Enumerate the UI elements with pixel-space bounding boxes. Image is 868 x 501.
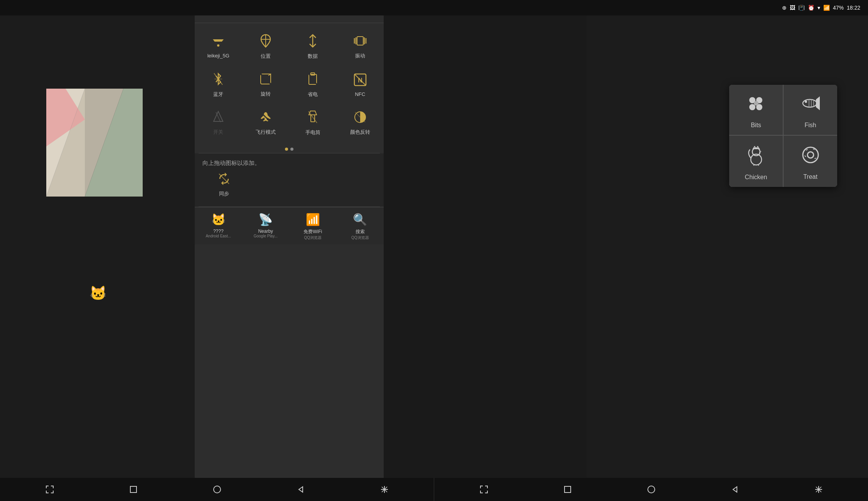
vibrate-icon: 📳 — [798, 5, 805, 11]
search-name: 搜索 — [339, 229, 382, 235]
notification-panel: 编辑通知面板 ✓ ⋮ leikeji_5G — [195, 0, 384, 486]
alarm-icon: ⏰ — [808, 5, 814, 11]
nav-left — [0, 478, 434, 501]
svg-marker-68 — [733, 487, 737, 492]
nearby-sub: Google Play... — [244, 234, 287, 238]
add-circle-icon: ⊕ — [782, 5, 787, 11]
nav-square-left[interactable] — [126, 482, 141, 497]
app-tiles-section: 🐱 ???? Android East... 📡 Nearby Google P… — [195, 207, 384, 244]
nav-square-right[interactable] — [560, 482, 575, 497]
invert-tile-icon — [354, 111, 367, 126]
tile-invert[interactable]: 颜色反转 — [337, 103, 384, 141]
app-tile-search[interactable]: 🔍 搜索 QQ浏览器 — [337, 207, 384, 244]
tiles-grid: leikeji_5G 位置 数据 — [195, 23, 384, 145]
nav-back-left[interactable] — [293, 482, 308, 497]
nav-home-right[interactable] — [644, 482, 659, 497]
app-tiles-row: 🐱 ???? Android East... 📡 Nearby Google P… — [195, 207, 384, 244]
tile-data[interactable]: 数据 — [289, 27, 337, 65]
svg-line-29 — [216, 112, 221, 122]
location-tile-label: 位置 — [261, 53, 271, 60]
sync-tile-icon — [217, 172, 231, 187]
treat-label: Treat — [803, 173, 817, 180]
tile-wifi[interactable]: leikeji_5G — [195, 27, 242, 65]
svg-rect-58 — [814, 158, 816, 159]
cat-icon: 🐱 — [89, 285, 107, 301]
nav-grid-right[interactable] — [811, 482, 826, 497]
image-icon: 🖼 — [790, 5, 795, 11]
tile-bluetooth[interactable]: 蓝牙 — [195, 65, 242, 103]
svg-line-51 — [753, 165, 754, 166]
tile-nfc[interactable]: N NFC — [337, 65, 384, 103]
nearby-name: Nearby — [244, 229, 287, 234]
pet-item-bits[interactable]: Bits — [729, 85, 783, 135]
page-indicator — [195, 145, 384, 153]
tile-location[interactable]: 位置 — [242, 27, 290, 65]
nfc-tile-icon: N — [354, 73, 367, 88]
rotate-tile-icon — [259, 72, 272, 87]
nfc-tile-label: NFC — [355, 91, 365, 97]
bluetooth-tile-icon — [213, 72, 224, 88]
svg-marker-61 — [299, 487, 303, 492]
vibrate-tile-icon — [353, 34, 367, 49]
free-wifi-name: 免费WiFi — [292, 229, 334, 235]
bits-label: Bits — [751, 122, 761, 129]
status-bar-right: ⊕ 🖼 📳 ⏰ ▾ 📶 47% 18:22 — [782, 5, 860, 11]
pet-card: Bits Fish — [729, 85, 837, 187]
location-tile-icon — [260, 34, 271, 50]
svg-rect-57 — [804, 155, 806, 157]
pet-item-treat[interactable]: Treat — [784, 136, 837, 187]
chicken-icon — [745, 143, 768, 170]
right-panel — [587, 0, 868, 501]
app-tile-free-wifi[interactable]: 📶 免费WiFi QQ浏览器 — [289, 207, 337, 244]
clock: 18:22 — [847, 5, 860, 11]
app-tile-nearby[interactable]: 📡 Nearby Google Play... — [242, 207, 290, 244]
tile-rotate[interactable]: 旋转 — [242, 65, 290, 103]
chicken-label: Chicken — [745, 174, 767, 181]
svg-point-60 — [214, 486, 221, 493]
extra-tiles-row: 同步 — [202, 167, 376, 203]
status-bar: ⊕ 🖼 📳 ⏰ ▾ 📶 47% 18:22 — [0, 0, 868, 15]
free-wifi-icon: 📶 — [306, 213, 320, 226]
svg-line-27 — [354, 74, 366, 86]
svg-point-41 — [754, 101, 758, 106]
svg-marker-28 — [214, 111, 223, 121]
pet-item-fish[interactable]: Fish — [784, 85, 837, 135]
tile-sync[interactable]: 同步 — [202, 167, 246, 203]
tile-airplane[interactable]: 飞行模式 — [242, 103, 290, 141]
nav-back-right[interactable] — [727, 482, 743, 497]
svg-point-53 — [803, 147, 818, 163]
nav-grid-left[interactable] — [377, 482, 392, 497]
rotate-tile-label: 旋转 — [261, 91, 271, 98]
airplane-tile-icon — [259, 111, 272, 126]
free-wifi-sub: QQ浏览器 — [292, 235, 334, 240]
svg-point-43 — [805, 101, 807, 103]
search-sub: QQ浏览器 — [339, 235, 382, 240]
nearby-icon: 📡 — [258, 213, 273, 226]
battery-saver-tile-label: 省电 — [308, 91, 318, 98]
switch-tile-label: 开关 — [213, 129, 223, 136]
pet-grid: Bits Fish — [729, 85, 837, 187]
app-tile-android-easter[interactable]: 🐱 ???? Android East... — [195, 207, 242, 244]
tile-flashlight[interactable]: 手电筒 — [289, 103, 337, 141]
nav-expand-right[interactable] — [476, 482, 492, 497]
switch-tile-icon — [212, 111, 224, 126]
tile-battery-saver[interactable]: 省电 — [289, 65, 337, 103]
nav-expand-left[interactable] — [42, 482, 57, 497]
svg-point-67 — [648, 486, 655, 493]
tile-vibrate[interactable]: 振动 — [337, 27, 384, 65]
signal-icon: 📶 — [823, 5, 830, 11]
svg-point-39 — [749, 104, 755, 110]
android-easter-sub: Android East... — [197, 234, 240, 238]
drag-section: 向上拖动图标以添加。 同步 — [195, 153, 384, 207]
pet-item-chicken[interactable]: Chicken — [729, 136, 783, 187]
android-easter-name: ???? — [197, 229, 240, 234]
sync-tile-label: 同步 — [219, 190, 229, 197]
tile-switch[interactable]: 开关 — [195, 103, 242, 141]
svg-rect-59 — [130, 486, 137, 493]
battery-saver-tile-icon — [307, 72, 318, 88]
nav-home-left[interactable] — [209, 482, 225, 497]
flashlight-tile-icon — [307, 110, 318, 126]
battery-level: 47% — [833, 5, 844, 11]
page-dot-2 — [290, 148, 293, 151]
wifi-tile-icon — [211, 35, 225, 50]
